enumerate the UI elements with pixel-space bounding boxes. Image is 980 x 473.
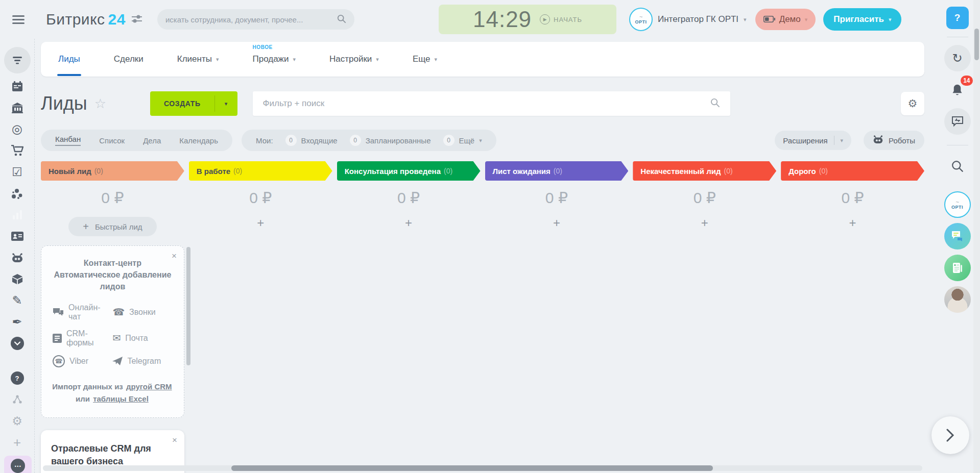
timer-start-button[interactable]: ▶ НАЧАТЬ [540,14,582,24]
column-header[interactable]: Новый лид (0) [41,161,184,181]
view-list[interactable]: Список [99,136,125,145]
invite-button[interactable]: Пригласить ▾ [823,8,901,31]
channel-mail[interactable]: ✉ Почта [112,329,172,347]
chevron-down-icon: ▾ [293,56,296,63]
add-lead-button[interactable]: + [553,217,560,229]
left-icon-rail: ◎ ☑ ✎ ✒ ? ⚙ + ⋯ [0,39,35,473]
link-excel-table[interactable]: таблицы Excel [93,394,149,403]
column-header[interactable]: Лист ожидания (0) [485,161,629,181]
signature-icon[interactable]: ✒ [4,311,31,333]
create-button[interactable]: СОЗДАТЬ ▾ [150,91,237,116]
column-count: (0) [554,167,562,175]
extensions-button[interactable]: Расширения ▾ [775,131,851,150]
horizontal-scrollbar[interactable] [43,465,922,471]
company-icon[interactable] [4,97,31,118]
link-other-crm[interactable]: другой CRM [126,382,172,391]
tab-leads[interactable]: Лиды [58,54,80,64]
channel-calls[interactable]: ☎ Звонки [112,303,172,321]
column-header[interactable]: Консультация проведена (0) [337,161,481,181]
view-settings-gear-icon[interactable]: ⚙ [901,92,924,115]
menu-icon[interactable] [12,13,25,26]
counter-incoming[interactable]: 0 Входящие [285,135,338,146]
shop-cart-icon[interactable] [4,140,31,161]
column-header[interactable]: Дорого (0) [781,161,924,181]
search-icon[interactable] [710,98,720,109]
app-logo[interactable]: Битрикс24 [46,11,126,28]
live-feed-icon[interactable] [4,47,31,73]
add-lead-button[interactable]: + [405,217,412,229]
help-button[interactable]: ? [946,7,969,29]
search-icon[interactable] [944,153,971,180]
planner-icon[interactable] [4,76,31,97]
close-icon[interactable]: × [172,251,177,261]
tasks-icon[interactable]: ☑ [4,161,31,183]
assistant-badge[interactable]: ⋯ [4,456,32,473]
counter-more[interactable]: 0 Ещё ▾ [443,135,482,146]
contact-card-icon[interactable] [4,226,31,247]
my-label: Мои: [256,136,273,145]
sliders-icon[interactable] [132,15,142,24]
add-lead-button[interactable]: + [701,217,708,229]
network-icon[interactable] [4,183,31,204]
add-lead-button[interactable]: + [849,217,856,229]
box-icon[interactable] [4,268,31,290]
settings-gear-icon[interactable]: ⚙ [4,410,31,432]
logo-word: OPTI [635,20,647,24]
battery-icon [763,15,775,24]
notifications-bell-icon[interactable]: 14 [944,77,971,103]
user-avatar[interactable] [944,286,971,313]
vertical-scrollbar[interactable] [973,0,980,473]
add-lead-button[interactable]: + [257,217,264,229]
global-search-input[interactable] [165,15,337,24]
tab-deals[interactable]: Сделки [114,54,144,64]
channel-viber[interactable]: ☎ Viber [53,355,112,367]
chevron-down-icon: ▾ [889,16,892,23]
more-sections-icon[interactable] [4,333,31,354]
favorite-star-icon[interactable]: ☆ [94,96,106,112]
quick-lead-button[interactable]: + Быстрый лид [68,217,156,236]
add-section-icon[interactable]: + [4,432,31,453]
contact-center-widget: × Контакт-центр Автоматическое добавлени… [41,245,184,418]
work-timer[interactable]: 14:29 ▶ НАЧАТЬ [439,5,616,34]
chevron-down-icon: ▾ [805,16,808,23]
close-icon[interactable]: × [172,435,177,445]
global-search[interactable] [157,9,354,30]
company-logo[interactable]: ~ OPTI [944,191,971,218]
share-icon[interactable] [4,389,31,410]
tab-more[interactable]: Еще▾ [413,54,437,64]
tab-clients[interactable]: Клиенты▾ [177,54,219,64]
brand-number: 24 [108,11,126,28]
vertical-scrollbar-thumb[interactable] [974,29,979,60]
column-header[interactable]: В работе (0) [189,161,332,181]
demo-plan-button[interactable]: Демо ▾ [755,9,816,30]
help-circle-icon[interactable]: ? [4,367,31,389]
filter-search[interactable] [253,91,730,116]
view-calendar[interactable]: Календарь [179,136,218,145]
tab-settings[interactable]: Настройки▾ [329,54,379,64]
channel-online-chat[interactable]: Онлайн-чат [53,303,112,321]
filter-search-input[interactable] [263,98,710,109]
account-selector[interactable]: ~ OPTI Интегратор ГК OPTI ▾ [629,8,747,31]
feed-messages-icon[interactable] [944,108,971,135]
notifications-badge: 14 [960,74,973,87]
counter-planned[interactable]: 0 Запланированные [350,135,431,146]
channel-telegram[interactable]: Telegram [112,355,172,367]
view-activities[interactable]: Дела [143,136,161,145]
history-icon[interactable]: ↻ [944,45,971,71]
tab-sales[interactable]: НОВОЕПродажи▾ [252,54,296,64]
chat-widget-icon[interactable] [944,223,971,250]
robot-icon[interactable] [4,247,31,268]
search-icon[interactable] [337,14,346,25]
column-scrollbar[interactable] [186,247,190,365]
view-kanban[interactable]: Канбан [55,135,81,146]
column-header[interactable]: Некачественный лид (0) [633,161,776,181]
create-dropdown[interactable]: ▾ [215,91,237,116]
horizontal-scrollbar-thumb[interactable] [231,465,713,471]
crm-target-icon[interactable]: ◎ [4,118,31,140]
demo-label: Демо [779,14,801,24]
document-edit-icon[interactable]: ✎ [4,290,31,311]
channel-crm-forms[interactable]: CRM-формы [53,329,112,347]
news-widget-icon[interactable] [944,255,971,281]
chart-icon[interactable] [4,204,31,226]
robots-button[interactable]: Роботы [864,131,924,150]
